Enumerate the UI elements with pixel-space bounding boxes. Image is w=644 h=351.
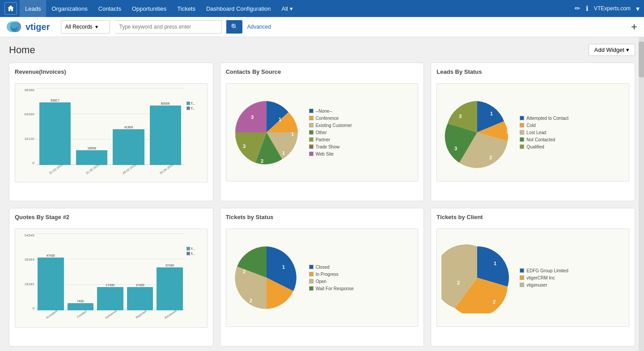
dropdown-arrow: ▾ — [95, 24, 98, 30]
legend-color-trade-show — [309, 144, 314, 149]
q-y-label-1: 36363 — [25, 258, 34, 262]
q-y-label-3: 0 — [33, 306, 34, 310]
legend-none: --None-- — [309, 109, 352, 114]
tickets-client-pie-chart: 1 2 2 — [441, 242, 513, 313]
advanced-link[interactable]: Advanced — [247, 24, 271, 30]
legend-color-qualified — [520, 144, 524, 149]
svg-text:2: 2 — [243, 269, 246, 274]
y-label-3: 0 — [33, 161, 34, 165]
widget-quotes-inner: 54545 36363 18182 0 47430 — [15, 228, 208, 328]
legend-qualified: Qualified — [520, 144, 568, 149]
search-dropdown[interactable]: All Records ▾ — [61, 20, 110, 34]
legend-color-closed — [309, 265, 314, 269]
widget-tickets-client-inner: 1 2 2 EDFG Group Limited vtigerCRM Inc — [436, 228, 629, 327]
legend-vtiger-crm: vtigerCRM Inc — [520, 275, 568, 280]
legend-color-other — [309, 130, 314, 135]
y-label-1: 64260 — [25, 112, 34, 116]
legend-open: Open — [309, 279, 354, 284]
tickets-status-pie-wrapper: 1 1 2 2 Closed In Progress — [231, 242, 414, 313]
legend-color-not-contacted — [520, 137, 524, 142]
edit-icon[interactable]: ✏ — [575, 4, 580, 13]
contacts-legend: --None-- Conference Existing Customer — [309, 109, 352, 156]
widget-contacts-by-source: Contacts By Source — [220, 63, 424, 201]
nav-opportunities[interactable]: Opportunities — [127, 0, 172, 17]
nav-all[interactable]: All ▾ — [276, 0, 298, 17]
logo-icon — [7, 21, 23, 32]
add-widget-button[interactable]: Add Widget ▾ — [589, 44, 635, 56]
nav-contacts[interactable]: Contacts — [93, 0, 127, 17]
y-label-2: 32130 — [25, 137, 34, 141]
legend-color-cold — [520, 123, 524, 127]
legend-color-existing — [309, 123, 314, 127]
nav-tickets[interactable]: Tickets — [172, 0, 201, 17]
nav-dashboard-config[interactable]: Dashboard Configuration — [201, 0, 276, 17]
svg-text:3: 3 — [243, 144, 246, 149]
widget-leads-inner: 1 1 2 3 3 Attempted to Contact Co — [436, 83, 629, 182]
info-icon[interactable]: ℹ — [586, 4, 589, 13]
widget-quotes-title: Quotes By Stage #2 — [15, 214, 208, 224]
legend-color-attempted — [520, 116, 524, 120]
svg-point-2 — [10, 21, 17, 29]
legend-color-edfg — [520, 268, 524, 273]
contacts-pie-wrapper: 1 1 1 2 3 3 --None-- — [231, 97, 414, 168]
site-name[interactable]: VTExperts.com — [594, 5, 631, 12]
site-dropdown-icon[interactable]: ▾ — [636, 4, 640, 13]
nav-organizations[interactable]: Organizations — [46, 0, 93, 17]
widget-leads-title: Leads By Status — [436, 68, 629, 79]
legend-wait-for-response: Wait For Response — [309, 286, 354, 291]
leads-pie-chart: 1 1 2 3 3 — [441, 97, 513, 168]
legend-not-contacted: Not Contacted — [520, 137, 568, 142]
tickets-status-legend: Closed In Progress Open Wait For Re — [309, 265, 354, 291]
top-navigation: Leads Organizations Contacts Opportuniti… — [0, 0, 644, 17]
nav-links: Leads Organizations Contacts Opportuniti… — [20, 0, 298, 17]
svg-text:1: 1 — [291, 131, 294, 137]
legend-attempted: Attempted to Contact — [520, 116, 568, 121]
legend-color-partner — [309, 137, 314, 142]
scrollbar[interactable] — [639, 37, 644, 351]
dashboard-grid: Revenue(Invoices) 96390 64260 32130 0 — [9, 63, 635, 347]
tickets-client-legend: EDFG Group Limited vtigerCRM Inc vtigenu… — [520, 268, 568, 288]
widget-tickets-by-client: Tickets by Client 1 2 2 — [431, 208, 635, 347]
widget-tickets-status-inner: 1 1 2 2 Closed In Progress — [226, 228, 419, 327]
home-icon[interactable] — [4, 2, 17, 15]
legend-color-vtigenuser — [520, 283, 524, 287]
legend-lost-lead: Lost Lead — [520, 130, 568, 135]
svg-text:3: 3 — [251, 114, 254, 120]
legend-color-in-progress — [309, 272, 314, 276]
svg-text:1: 1 — [506, 129, 509, 134]
add-widget-arrow: ▾ — [626, 47, 629, 53]
svg-text:2: 2 — [250, 298, 252, 303]
svg-text:2: 2 — [489, 155, 492, 160]
widget-quotes-by-stage: Quotes By Stage #2 54545 36363 18182 0 — [9, 208, 213, 347]
main-content: Home Add Widget ▾ Revenue(Invoices) 9639… — [0, 37, 644, 351]
legend-color-lost-lead — [520, 130, 524, 135]
svg-text:3: 3 — [459, 114, 462, 119]
q-bar-4: 37430 — [157, 264, 183, 310]
legend-color-website — [309, 152, 314, 156]
legend-color-open — [309, 279, 314, 283]
q-bar-0: 47430 — [38, 254, 64, 310]
widget-revenue-title: Revenue(Invoices) — [15, 68, 208, 79]
logo: vtiger — [7, 21, 50, 32]
search-button[interactable]: 🔍 — [226, 20, 242, 34]
contacts-pie-chart: 1 1 1 2 3 3 — [231, 97, 302, 168]
svg-text:1: 1 — [494, 261, 496, 266]
revenue-legend: T... T... — [186, 101, 203, 110]
search-input[interactable] — [114, 20, 222, 34]
svg-text:1: 1 — [282, 264, 285, 270]
widget-tickets-status-title: Tickets by Status — [226, 214, 419, 224]
scrollbar-thumb[interactable] — [639, 42, 644, 77]
legend-web-site: Web Site — [309, 152, 352, 156]
legend-color-conference — [309, 116, 314, 120]
legend-partner: Partner — [309, 137, 352, 142]
legend-vtigenuser: vtigenuser — [520, 283, 568, 288]
dropdown-label: All Records — [65, 24, 92, 30]
add-button[interactable]: + — [631, 21, 637, 33]
svg-text:1: 1 — [282, 150, 285, 156]
page-header: Home Add Widget ▾ — [9, 44, 635, 56]
svg-text:2: 2 — [261, 158, 263, 164]
svg-text:1: 1 — [490, 111, 493, 116]
nav-leads[interactable]: Leads — [20, 0, 46, 17]
bar-0: 83817 — [39, 99, 71, 165]
legend-cold: Cold — [520, 123, 568, 128]
